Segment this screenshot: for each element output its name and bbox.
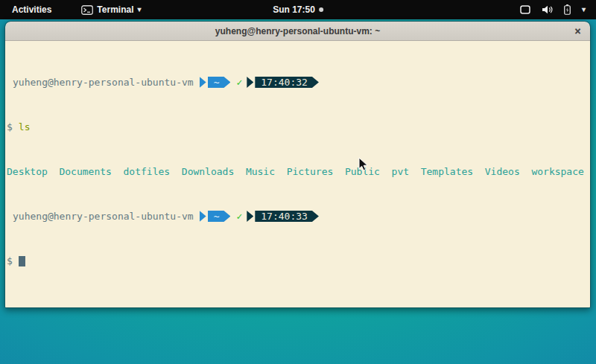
display-icon: [520, 5, 530, 14]
success-check-icon: ✓: [236, 211, 242, 222]
activities-button[interactable]: Activities: [9, 3, 54, 16]
clock-menu[interactable]: Sun 17:50: [268, 0, 328, 19]
powerline-arrow-icon: [200, 211, 206, 222]
terminal-app-menu[interactable]: Terminal ▾: [78, 3, 144, 16]
user-host-text: yuheng@henry-personal-ubuntu-vm: [7, 211, 194, 222]
success-check-icon: ✓: [236, 77, 242, 88]
time-segment: 17:40:33: [255, 211, 319, 222]
prompt-symbol: $: [7, 121, 13, 132]
terminal-window: yuheng@henry-personal-ubuntu-vm: ~ × yuh…: [4, 21, 591, 308]
prompt-line-2: yuheng@henry-personal-ubuntu-vm ~ ✓ 17:4…: [7, 211, 589, 222]
time-segment: 17:40:32: [255, 77, 319, 88]
user-host-text: yuheng@henry-personal-ubuntu-vm: [7, 77, 194, 88]
powerline-arrow-icon: [247, 211, 253, 222]
command-line: $ ls: [7, 121, 589, 132]
volume-icon: [542, 5, 553, 14]
chevron-down-icon: ▾: [582, 6, 586, 13]
ls-output-line: Desktop Documents dotfiles Downloads Mus…: [7, 166, 589, 177]
cwd-segment: ~: [208, 77, 231, 88]
terminal-content[interactable]: yuheng@henry-personal-ubuntu-vm ~ ✓ 17:4…: [5, 41, 590, 308]
close-button[interactable]: ×: [574, 22, 581, 41]
system-status-menu[interactable]: ▾: [517, 0, 589, 19]
mouse-cursor: [358, 157, 369, 171]
clock-label: Sun 17:50: [273, 4, 315, 15]
command-text: ls: [19, 121, 31, 132]
top-bar: Activities Terminal ▾ Sun 17:50: [0, 0, 596, 19]
prompt-symbol: $: [7, 255, 13, 266]
text-cursor: [19, 256, 25, 266]
current-input-line: $: [7, 255, 589, 266]
terminal-app-icon: [81, 5, 93, 15]
window-titlebar[interactable]: yuheng@henry-personal-ubuntu-vm: ~ ×: [5, 22, 590, 41]
chevron-down-icon: ▾: [137, 6, 141, 13]
app-menu-label: Terminal: [97, 4, 133, 15]
window-title: yuheng@henry-personal-ubuntu-vm: ~: [215, 26, 380, 36]
cwd-segment: ~: [208, 211, 231, 222]
battery-charging-icon: [564, 4, 571, 15]
powerline-arrow-icon: [247, 77, 253, 88]
prompt-line-1: yuheng@henry-personal-ubuntu-vm ~ ✓ 17:4…: [7, 77, 589, 88]
powerline-arrow-icon: [200, 77, 206, 88]
recording-indicator-icon: [319, 7, 323, 12]
